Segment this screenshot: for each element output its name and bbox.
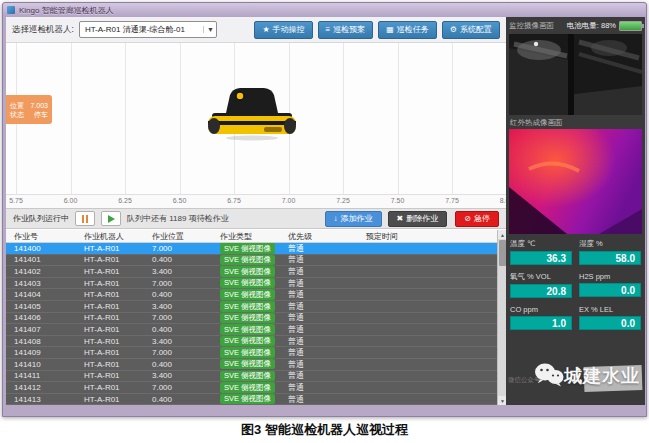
status-label: 状态 xyxy=(10,111,24,118)
job-cell: 3.400 xyxy=(144,266,212,277)
position-label: 位置 xyxy=(10,102,24,109)
sensor-湿度 %: 湿度 %58.0 xyxy=(579,239,641,265)
job-priority-cell: 普通 xyxy=(280,324,358,335)
map-gridline xyxy=(398,43,399,194)
table-row[interactable]: 141401HT-A-R010.400SVE 侧视图像普通 xyxy=(6,255,497,267)
toolbar-button-label: 系统配置 xyxy=(460,24,492,35)
table-row[interactable]: 141403HT-A-R017.000SVE 侧视图像普通 xyxy=(6,278,497,290)
job-priority-cell: 普通 xyxy=(280,313,358,324)
add-job-button[interactable]: ↓ 添加作业 xyxy=(325,211,382,227)
table-row[interactable]: 141410HT-A-R010.400SVE 侧视图像普通 xyxy=(6,359,497,371)
scrollbar-thumb[interactable] xyxy=(499,240,506,266)
sensor-CO ppm: CO ppm1.0 xyxy=(510,305,572,330)
job-type-badge: SVE 侧视图像 xyxy=(220,336,275,347)
job-cell: 7.000 xyxy=(144,347,212,358)
job-type-badge: SVE 侧视图像 xyxy=(220,243,275,254)
job-cell: 7.000 xyxy=(144,313,212,324)
map-gridline xyxy=(125,43,126,194)
title-bar[interactable]: Kingo 智能管廊巡检机器人 xyxy=(3,3,646,17)
job-cell: HT-A-R01 xyxy=(76,336,144,347)
job-cell: 141405 xyxy=(6,301,76,312)
toolbar-button-巡检预案[interactable]: ≡巡检预案 xyxy=(318,21,374,39)
robot-select-dropdown[interactable]: HT-A-R01 清通渠-综合舱-01 ▼ xyxy=(79,21,217,38)
job-type-cell: SVE 侧视图像 xyxy=(212,266,280,277)
table-row[interactable]: 141413HT-A-R010.400SVE 侧视图像普通 xyxy=(6,394,497,405)
robot-position-box: 位置 7.003 状态 停车 xyxy=(6,95,52,124)
job-type-cell: SVE 侧视图像 xyxy=(212,313,280,324)
tunnel-map-canvas[interactable]: 位置 7.003 状态 停车 xyxy=(6,43,506,194)
toolbar-button-巡检任务[interactable]: ▦巡检任务 xyxy=(378,21,437,39)
ruler-tick-label: 6.25 xyxy=(118,197,132,204)
table-row[interactable]: 141405HT-A-R013.400SVE 侧视图像普通 xyxy=(6,301,497,313)
job-cell: 141412 xyxy=(6,382,76,393)
robot-illustration xyxy=(204,83,300,145)
table-row[interactable]: 141412HT-A-R017.000SVE 侧视图像普通 xyxy=(6,382,497,394)
ruler-tick-label: 7.25 xyxy=(336,197,350,204)
table-scrollbar[interactable]: ▲ ▼ xyxy=(497,230,506,405)
play-button[interactable] xyxy=(101,211,121,226)
job-type-badge: SVE 侧视图像 xyxy=(220,371,275,382)
toolbar-buttons: ★手动操控≡巡检预案▦巡检任务⚙系统配置 xyxy=(254,21,500,39)
ruler-tick-label: 7.00 xyxy=(282,197,296,204)
job-type-badge: SVE 侧视图像 xyxy=(220,289,275,300)
toolbar-button-label: 巡检预案 xyxy=(333,24,365,35)
job-type-cell: SVE 侧视图像 xyxy=(212,255,280,266)
download-arrow-icon: ↓ xyxy=(334,214,338,223)
job-type-cell: SVE 侧视图像 xyxy=(212,371,280,382)
top-toolbar: 选择巡检机器人: HT-A-R01 清通渠-综合舱-01 ▼ ★手动操控≡巡检预… xyxy=(6,17,506,43)
toolbar-button-系统配置[interactable]: ⚙系统配置 xyxy=(442,21,500,39)
right-panel: 监控摄像画面 电池电量: 88% 红外热成像画面 xyxy=(506,17,645,405)
map-gridline xyxy=(180,43,181,194)
sensor-label: 湿度 % xyxy=(579,239,641,249)
job-cell: HT-A-R01 xyxy=(76,394,144,405)
table-row[interactable]: 141411HT-A-R013.400SVE 侧视图像普通 xyxy=(6,371,497,383)
job-cell: 3.400 xyxy=(144,371,212,382)
table-row[interactable]: 141408HT-A-R013.400SVE 侧视图像普通 xyxy=(6,336,497,348)
sensor-value: 36.3 xyxy=(510,251,572,265)
job-type-cell: SVE 侧视图像 xyxy=(212,359,280,370)
chevron-down-icon: ▼ xyxy=(203,26,214,33)
job-type-badge: SVE 侧视图像 xyxy=(220,347,275,358)
job-priority-cell: 普通 xyxy=(280,243,358,254)
table-row[interactable]: 141400HT-A-R017.000SVE 侧视图像普通 xyxy=(6,243,497,255)
sensor-value: 20.8 xyxy=(510,284,572,298)
job-cell: HT-A-R01 xyxy=(76,243,144,254)
figure-caption: 图3 智能巡检机器人巡视过程 xyxy=(0,421,649,439)
job-priority-cell: 普通 xyxy=(280,394,358,405)
sensor-label: 氧气 % VOL xyxy=(510,272,572,282)
delete-job-button[interactable]: ✖ 删除作业 xyxy=(388,211,448,227)
toolbar-button-手动操控[interactable]: ★手动操控 xyxy=(254,21,312,39)
emergency-stop-button[interactable]: ⊘ 急停 xyxy=(455,211,499,227)
right-panel-header: 监控摄像画面 电池电量: 88% xyxy=(509,20,642,32)
battery-icon xyxy=(619,21,642,31)
job-type-cell: SVE 侧视图像 xyxy=(212,347,280,358)
job-column-header: 作业位置 xyxy=(144,230,212,242)
sensor-label: H2S ppm xyxy=(579,272,641,281)
screenshot-root: Kingo 智能管廊巡检机器人 选择巡检机器人: HT-A-R01 清通渠-综合… xyxy=(0,0,649,443)
job-cell: 141404 xyxy=(6,289,76,300)
job-type-cell: SVE 侧视图像 xyxy=(212,301,280,312)
job-cell: 141403 xyxy=(6,278,76,289)
sensor-label: CO ppm xyxy=(510,305,572,314)
table-row[interactable]: 141406HT-A-R017.000SVE 侧视图像普通 xyxy=(6,313,497,325)
position-ruler: 5.756.006.256.506.757.007.257.507.758.00 xyxy=(6,194,506,208)
job-time-cell xyxy=(358,266,497,277)
wechat-icon xyxy=(534,362,564,388)
table-row[interactable]: 141409HT-A-R017.000SVE 侧视图像普通 xyxy=(6,347,497,359)
sensor-value: 0.0 xyxy=(579,283,641,297)
job-cell: HT-A-R01 xyxy=(76,313,144,324)
job-time-cell xyxy=(358,382,497,393)
ruler-tick-label: 7.75 xyxy=(445,197,459,204)
sensor-氧气 % VOL: 氧气 % VOL20.8 xyxy=(510,272,572,298)
job-time-cell xyxy=(358,359,497,370)
job-column-header: 作业机器人 xyxy=(76,230,144,242)
queue-remaining-text: 队列中还有 1189 项待检作业 xyxy=(127,213,229,224)
table-row[interactable]: 141402HT-A-R013.400SVE 侧视图像普通 xyxy=(6,266,497,278)
job-time-cell xyxy=(358,394,497,405)
stop-slash-icon: ⊘ xyxy=(464,214,471,223)
table-row[interactable]: 141407HT-A-R010.400SVE 侧视图像普通 xyxy=(6,324,497,336)
job-time-cell xyxy=(358,255,497,266)
table-row[interactable]: 141404HT-A-R010.400SVE 侧视图像普通 xyxy=(6,289,497,301)
app-window: Kingo 智能管廊巡检机器人 选择巡检机器人: HT-A-R01 清通渠-综合… xyxy=(2,2,647,417)
pause-button[interactable] xyxy=(75,211,95,226)
